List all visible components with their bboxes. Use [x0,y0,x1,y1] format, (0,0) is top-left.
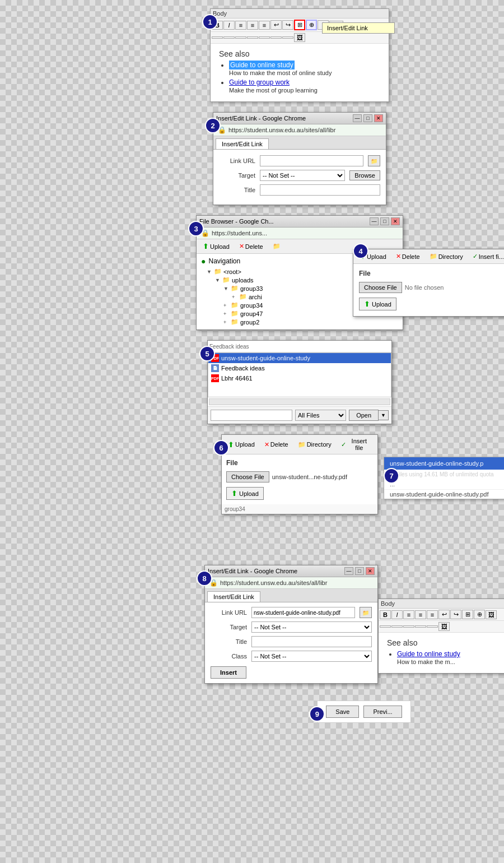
list-item-2-link[interactable]: Guide to group work [229,78,290,86]
guide-link-8[interactable]: Guide to online study [397,650,460,658]
upload-btn-6[interactable]: ⬆ Upload [225,439,258,450]
redo-btn[interactable]: ↪ [282,20,293,30]
root-label: <root> [223,268,241,275]
close-btn-3[interactable]: ✕ [391,217,400,225]
toolbar2-btn7[interactable] [282,36,293,39]
insert-edit-link-tab-8[interactable]: Insert/Edit Link [207,591,260,602]
choose-file-btn[interactable]: Choose File [359,282,402,293]
file-item-selected[interactable]: PDF unsw-student-guide-online-study [208,353,391,363]
popup-insert-btn[interactable]: ✓ Insert fi... [469,252,504,261]
delete-btn-3[interactable]: ✕ Delete [236,242,267,251]
upload-btn-3[interactable]: ⬆ Upload [199,241,233,252]
popup-delete-btn[interactable]: ✕ Delete [393,252,423,261]
target-select-8[interactable]: -- Not Set -- [251,621,372,633]
minimize-btn-3[interactable]: — [370,217,379,225]
file-item-2[interactable]: 📄 Feedback ideas [208,363,391,373]
minimize-btn-2[interactable]: — [353,114,362,122]
toolbar2-btn2[interactable] [223,36,235,39]
maximize-btn-8[interactable]: □ [355,567,364,575]
url-text-8: https://student.unsw.edu.au/sites/all/li… [220,579,327,586]
insert-link-8[interactable]: ⊞ [462,610,473,619]
link-icon-btn[interactable]: ⊕ [306,20,317,30]
image-btn[interactable]: 🖼 [294,33,305,42]
folder-icon-uploads: 📁 [222,276,230,284]
indent-btn[interactable]: ≡ [247,21,258,30]
tb2-btn3-8[interactable] [403,625,414,628]
toolbar2-btn1[interactable] [212,36,223,39]
browse-icon-btn[interactable]: 📁 [368,155,380,166]
directory-btn-6[interactable]: 📁 Directory [295,440,335,449]
target-select[interactable]: -- Not Set -- [260,170,345,181]
step6-choose-file-btn[interactable]: Choose File [226,471,269,482]
tb2-btn5-8[interactable] [427,625,438,628]
popup-directory-btn[interactable]: 📁 Directory [426,252,466,261]
target-row-8: Target -- Not Set -- [211,621,372,633]
tb2-image-8[interactable]: 🖼 [438,622,450,631]
insert-link-btn-highlighted[interactable]: ⊞ [294,20,305,30]
editor-header: Body [211,9,389,18]
file-item-3[interactable]: PDF Lbhr 46461 [208,373,391,383]
link-url-row: Link URL 📁 [219,155,380,166]
toolbar2-btn4[interactable] [247,36,258,39]
step9-container: 9 Save Previ... [317,700,410,723]
open-btn[interactable]: Open [349,410,379,421]
folder-btn-3[interactable]: 📁 [269,242,284,251]
upload-file-btn[interactable]: ⬆ Upload [359,298,396,310]
redo-btn-8[interactable]: ↪ [450,610,461,619]
browse-btn[interactable]: Browse [349,170,380,180]
tb2-btn4-8[interactable] [415,625,426,628]
horizontal-scrollbar-5[interactable] [209,398,390,405]
bold-btn-8[interactable]: B [380,610,391,619]
link-url-input-8[interactable] [251,607,355,618]
link-url-input[interactable] [260,155,363,166]
italic-btn-8[interactable]: I [391,610,403,619]
folder-icon-group2: 📁 [231,318,239,326]
undo-btn[interactable]: ↩ [270,20,282,30]
file-list-header-text: Feedback ideas [209,344,249,350]
minimize-btn-8[interactable]: — [344,567,353,575]
maximize-btn-3[interactable]: □ [380,217,389,225]
link-icon-8[interactable]: ⊕ [474,610,485,619]
italic-btn[interactable]: I [223,21,235,30]
class-select-8[interactable]: -- Not Set -- [251,651,372,662]
maximize-btn-2[interactable]: □ [363,114,372,122]
link-url-label-8: Link URL [211,609,247,616]
step-number-1: 1 [202,14,218,30]
list-btn-8[interactable]: ≡ [403,610,414,619]
directory-label-6: Directory [307,441,332,448]
expander-group34: + [223,303,229,308]
outdent-btn-8[interactable]: ≡ [427,610,438,619]
chrome-addressbar-2: 🔒 https://student.unsw.edu.au/sites/all/… [213,124,386,136]
ellipsis-text: ... [390,481,504,488]
list-btn[interactable]: ≡ [235,21,246,30]
toolbar2-btn5[interactable] [259,36,270,39]
title-input[interactable] [260,184,380,196]
directory-icon-6: 📁 [298,441,306,448]
filename-input[interactable] [211,410,292,421]
delete-btn-6[interactable]: ✕ Delete [261,440,292,449]
undo-btn-8[interactable]: ↩ [438,610,450,619]
toolbar2-btn6[interactable] [270,36,282,39]
tree-group2[interactable]: + 📁 group2 [223,318,398,326]
tb2-btn1-8[interactable] [380,625,391,628]
image-btn-8[interactable]: 🖼 [486,610,497,619]
indent-btn-8[interactable]: ≡ [415,610,426,619]
insert-edit-link-tab[interactable]: Insert/Edit Link [216,138,269,149]
insert-btn-6[interactable]: ✓ Insert file [338,437,375,452]
insert-edit-link-tooltip: Insert/Edit Link [322,22,395,34]
title-input-8[interactable] [251,636,372,647]
toolbar2-btn3[interactable] [235,36,246,39]
tb2-btn2-8[interactable] [391,625,403,628]
close-btn-8[interactable]: ✕ [366,567,375,575]
class-label-8: Class [211,653,247,660]
outdent-btn[interactable]: ≡ [259,21,270,30]
quota-text: 50 files using 14.61 MB of unlimited quo… [384,470,504,479]
open-btn-arrow[interactable]: ▼ [379,410,389,420]
close-btn-2[interactable]: ✕ [374,114,383,122]
step6-upload-btn[interactable]: ⬆ Upload [226,487,264,500]
insert-btn-8[interactable]: Insert [211,666,246,679]
browse-icon-btn-8[interactable]: 📁 [360,607,372,618]
save-btn-9[interactable]: Save [326,706,359,718]
preview-btn-9[interactable]: Previ... [363,706,402,718]
filetype-select[interactable]: All Files [295,410,346,421]
